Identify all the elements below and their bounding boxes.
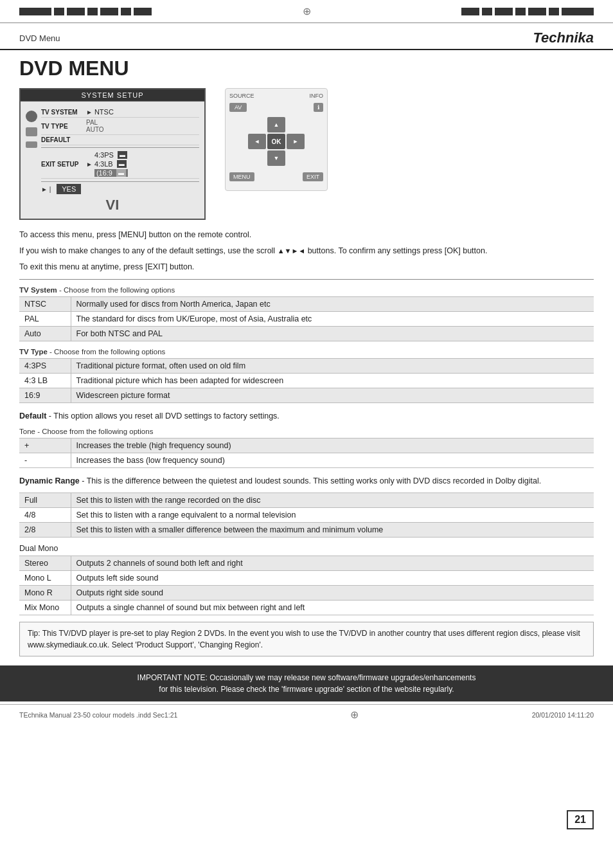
ss-43ps-badge: ▬ (118, 151, 127, 159)
dm-key-mixmono: Mix Mono (19, 601, 71, 615)
ss-val-tv-type: PALAUTO (86, 119, 104, 133)
tv-type-heading: TV Type - Choose from the following opti… (19, 348, 594, 356)
dynamic-range-section: Full Set this to listen with the range r… (19, 493, 594, 538)
bar-block-2 (54, 8, 64, 15)
bottom-meta-right: 20/01/2010 14:11:20 (532, 711, 594, 719)
default-note-text: - This option allows you reset all DVD s… (46, 411, 279, 420)
remote-av-info-row: AV ℹ (229, 103, 323, 112)
dr-key-48: 4/8 (19, 508, 71, 523)
tv-system-table: NTSC Normally used for discs from North … (19, 296, 594, 341)
tv-system-key-pal: PAL (19, 312, 71, 327)
ss-43ps-label: 4:3PS (94, 151, 114, 159)
ss-title-bar: SYSTEM SETUP (21, 89, 204, 102)
dual-mono-heading: Dual Mono (19, 544, 594, 553)
table-row: 4/8 Set this to listen with a range equi… (19, 508, 594, 523)
right-header-marks (461, 8, 594, 15)
tip-text: Tip: This TV/DVD player is pre-set to pl… (28, 629, 580, 649)
tv-system-section: TV System - Choose from the following op… (19, 286, 594, 341)
tone-table: + Increases the treble (high frequency s… (19, 438, 594, 468)
tone-section: Tone - Choose from the following options… (19, 428, 594, 468)
tone-heading: Tone - Choose from the following options (19, 428, 594, 435)
dm-val-stereo: Outputs 2 channels of sound both left an… (71, 556, 594, 571)
tv-system-val-auto: For both NTSC and PAL (71, 327, 594, 341)
tone-val-minus: Increases the bass (low frequency sound) (71, 453, 594, 468)
ss-icon-row: TV SYSTEM ► NTSC TV TYPE PALAUTO DEFAULT (26, 107, 199, 194)
ss-arrow-tv-system: ► (86, 109, 93, 116)
remote-menu-btn[interactable]: MENU (229, 172, 254, 181)
tv-system-tbody: NTSC Normally used for discs from North … (19, 297, 594, 341)
table-row: PAL The standard for discs from UK/Europ… (19, 312, 594, 327)
remote-control-image: SOURCE INFO AV ℹ ▲ ◄ OK ► ▼ MENU EXIT (225, 88, 328, 191)
remote-source-label: SOURCE (229, 93, 254, 99)
tv-type-val-43lb: Traditional picture which has been adapt… (71, 374, 594, 388)
dynamic-range-text: - This is the difference between the qui… (80, 476, 541, 485)
dr-val-full: Set this to listen with the range record… (71, 493, 594, 508)
ss-opt-43ps: 4:3PS ▬ (94, 151, 128, 159)
ss-disc-icon (26, 111, 37, 122)
ss-menu-item-tv-type: TV TYPE PALAUTO (41, 118, 199, 135)
remote-down-btn[interactable]: ▼ (267, 150, 285, 166)
intro-line2: If you wish to make changes to any of th… (19, 245, 594, 257)
tone-heading-text: - Choose from the following options (35, 428, 153, 435)
intro-line2-text: If you wish to make changes to any of th… (19, 246, 275, 255)
remote-bottom-bar: MENU EXIT (229, 172, 323, 181)
remote-ok-btn[interactable]: OK (267, 134, 285, 149)
intro-line3: To exit this menu at anytime, press [EXI… (19, 261, 594, 273)
remote-info-btn[interactable]: ℹ (314, 103, 323, 112)
ss-169-label: (16:9 (96, 169, 112, 177)
dm-key-stereo: Stereo (19, 556, 71, 571)
tv-type-heading-bold: TV Type (19, 348, 48, 356)
tone-key-minus: - (19, 453, 71, 468)
intro-line2b: buttons. To confirm any settings press [… (308, 246, 488, 255)
remote-up-btn[interactable]: ▲ (267, 117, 285, 132)
dual-mono-tbody: Stereo Outputs 2 channels of sound both … (19, 556, 594, 615)
ss-body: TV SYSTEM ► NTSC TV TYPE PALAUTO DEFAULT (21, 102, 204, 219)
default-note: Default - This option allows you reset a… (19, 410, 594, 422)
remote-info-label: INFO (310, 93, 324, 99)
tv-type-section: TV Type - Choose from the following opti… (19, 348, 594, 403)
bar-block-r2 (482, 8, 492, 15)
bar-block-4 (87, 8, 98, 15)
tone-heading-bold: Tone (19, 428, 35, 435)
scroll-arrows: ▲▼►◄ (278, 246, 306, 257)
ss-key-default: DEFAULT (41, 136, 86, 143)
remote-av-btn[interactable]: AV (229, 103, 247, 112)
ss-menu-item-default: DEFAULT (41, 135, 199, 145)
ss-divider (41, 147, 199, 148)
main-content: DVD MENU SYSTEM SETUP TV SYSTEM ► (0, 57, 613, 656)
table-row: Mono L Outputs left side sound (19, 571, 594, 586)
tv-system-heading: TV System - Choose from the following op… (19, 286, 594, 294)
dr-key-full: Full (19, 493, 71, 508)
bar-block-r3 (495, 8, 513, 15)
footer-line2: for this television. Please check the 'f… (13, 683, 600, 695)
bar-block-r1 (461, 8, 479, 15)
bar-block-r4 (515, 8, 526, 15)
tv-system-key-ntsc: NTSC (19, 297, 71, 312)
ss-opt-43lb: 4:3LB ▬ (94, 160, 128, 168)
remote-empty-1 (248, 117, 266, 132)
ss-opt-169: (16:9 ▬ (94, 169, 128, 177)
table-row: Full Set this to listen with the range r… (19, 493, 594, 508)
bottom-compass-icon: ⊕ (350, 709, 359, 721)
tv-system-heading-bold: TV System (19, 286, 57, 294)
left-header-marks (19, 8, 152, 15)
remote-exit-btn[interactable]: EXIT (303, 172, 323, 181)
tv-system-val-ntsc: Normally used for discs from North Ameri… (71, 297, 594, 312)
bar-block-r6 (549, 8, 559, 15)
remote-empty-4 (287, 150, 305, 166)
ss-key-tv-type: TV TYPE (41, 123, 86, 130)
top-compass-icon: ⊕ (303, 5, 311, 17)
ss-icons-col (26, 107, 37, 148)
remote-nav-cluster: ▲ ◄ OK ► ▼ (248, 117, 305, 166)
tv-type-key-169: 16:9 (19, 388, 71, 403)
remote-right-btn[interactable]: ► (287, 134, 305, 149)
table-row: Mix Mono Outputs a single channel of sou… (19, 601, 594, 615)
ss-bottom: ► | YES (41, 181, 199, 194)
ss-aspect-options: 4:3PS ▬ 4:3LB ▬ (16:9 ▬ (94, 151, 128, 177)
screenshots-area: SYSTEM SETUP TV SYSTEM ► NTSC (19, 88, 594, 220)
ss-menu-item-tv-system: TV SYSTEM ► NTSC (41, 107, 199, 118)
bar-block-6 (121, 8, 131, 15)
table-row: NTSC Normally used for discs from North … (19, 297, 594, 312)
remote-left-btn[interactable]: ◄ (248, 134, 266, 149)
remote-top-bar: SOURCE INFO (229, 93, 323, 99)
